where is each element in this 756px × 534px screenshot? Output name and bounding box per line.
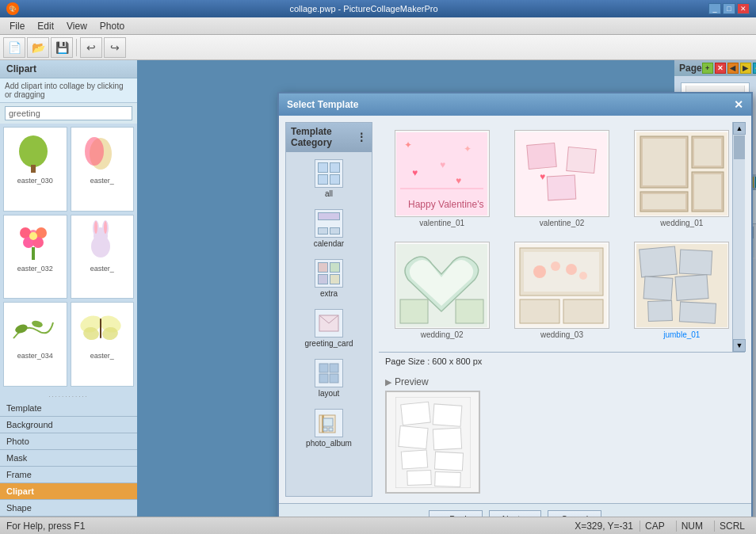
menu-edit[interactable]: Edit [31, 19, 60, 33]
remove-page-button[interactable]: ✕ [715, 63, 726, 74]
sidebar-item-frame[interactable]: Frame [0, 467, 137, 483]
coordinates-display: X=329, Y=-31 [575, 521, 633, 532]
svg-rect-47 [567, 147, 596, 173]
svg-point-6 [36, 227, 47, 238]
page-controls: + ✕ ◀ ▶ ⚡ ✕ [702, 63, 756, 74]
save-button[interactable]: 💾 [51, 37, 73, 58]
status-indicators: X=329, Y=-31 CAP NUM SCRL [575, 521, 750, 532]
page-size-label: Page Size : 600 x 800 px [385, 353, 482, 369]
scroll-down-button[interactable]: ▼ [733, 339, 746, 352]
page-left-button[interactable]: ◀ [727, 63, 739, 74]
svg-rect-78 [400, 402, 430, 425]
scrl-indicator: SCRL [714, 521, 750, 532]
new-button[interactable]: 📄 [3, 37, 25, 58]
list-item[interactable]: easter_032 [3, 215, 67, 299]
select-template-dialog: Select Template ✕ Template Category ⋮ [277, 92, 753, 534]
category-item-photo-album[interactable]: photo_album [289, 405, 368, 452]
template-item-wedding-01[interactable]: wedding_01 [625, 128, 739, 234]
menu-photo[interactable]: Photo [94, 19, 131, 33]
list-item[interactable]: easter_ [71, 302, 135, 387]
menu-view[interactable]: View [60, 19, 94, 33]
template-item-wedding-03[interactable]: wedding_03 [505, 240, 618, 345]
clipart-name: easter_030 [6, 177, 65, 185]
window-controls: _ □ ✕ [708, 3, 750, 14]
svg-rect-76 [679, 301, 716, 322]
category-item-layout[interactable]: layout [289, 355, 368, 402]
search-input[interactable] [5, 106, 132, 120]
sidebar-item-shape[interactable]: Shape [0, 500, 137, 517]
template-item-valentine-01[interactable]: ♥ ♥ ♥ ✦ ✦ Happy Valentine's [385, 128, 498, 234]
add-page-button[interactable]: + [702, 63, 713, 74]
svg-rect-79 [433, 403, 462, 425]
svg-rect-82 [401, 449, 427, 468]
template-thumb-valentine-02: ♥ [514, 130, 609, 217]
category-item-calendar[interactable]: calendar [289, 205, 368, 252]
menu-bar: File Edit View Photo [0, 17, 756, 35]
minimize-button[interactable]: _ [708, 3, 721, 14]
page-size-area: Page Size : 600 x 800 px [379, 352, 745, 370]
menu-file[interactable]: File [3, 19, 31, 33]
page-action-button[interactable]: ⚡ [753, 63, 756, 74]
page-right-button[interactable]: ▶ [740, 63, 751, 74]
category-header-label: Template Category [291, 126, 356, 148]
clipart-hint: Add clipart into collage by clicking or … [0, 78, 137, 103]
list-item[interactable]: easter_ [71, 127, 135, 212]
template-grid-wrapper: ♥ ♥ ♥ ✦ ✦ Happy Valentine's [379, 122, 745, 352]
svg-rect-48 [548, 175, 577, 200]
clipart-name: easter_ [73, 265, 132, 273]
svg-text:✦: ✦ [464, 143, 472, 154]
sidebar-item-photo[interactable]: Photo [0, 433, 137, 450]
redo-button[interactable]: ↪ [104, 37, 126, 58]
page-panel-header: Page + ✕ ◀ ▶ ⚡ ✕ [674, 60, 756, 76]
sidebar-item-background[interactable]: Background [0, 417, 137, 433]
template-item-valentine-02[interactable]: ♥ valentine_02 [505, 128, 618, 234]
sidebar-item-clipart[interactable]: Clipart [0, 483, 137, 500]
dotted-separator: ............ [0, 390, 137, 400]
svg-point-17 [14, 322, 29, 334]
modal-body: Template Category ⋮ [279, 116, 751, 503]
undo-button[interactable]: ↩ [80, 37, 102, 58]
category-icon-photo-album [315, 409, 343, 437]
scroll-up-button[interactable]: ▲ [733, 122, 746, 135]
open-button[interactable]: 📂 [27, 37, 49, 58]
svg-rect-27 [319, 364, 328, 372]
svg-rect-55 [694, 174, 721, 209]
canvas-area: Select Template ✕ Template Category ⋮ [139, 60, 673, 517]
list-item[interactable]: easter_034 [3, 302, 67, 387]
clipart-name: easter_032 [6, 265, 65, 273]
maximize-button[interactable]: □ [723, 3, 735, 14]
template-item-jumble-01[interactable]: jumble_01 [625, 240, 739, 345]
svg-point-0 [19, 135, 48, 167]
template-thumb-wedding-03 [514, 242, 609, 329]
category-item-greeting-card[interactable]: greeting_card [289, 305, 368, 352]
list-item[interactable]: easter_ [71, 215, 135, 299]
svg-point-66 [566, 264, 577, 275]
modal-close-button[interactable]: ✕ [734, 98, 743, 111]
svg-rect-30 [330, 374, 338, 383]
svg-rect-33 [323, 418, 333, 426]
close-button[interactable]: ✕ [737, 3, 750, 14]
clipart-name: easter_ [73, 177, 132, 185]
clipart-header: Clipart [0, 60, 137, 78]
svg-rect-69 [563, 299, 603, 323]
list-item[interactable]: easter_030 [3, 127, 67, 212]
category-list: all [286, 152, 372, 455]
template-scrollbar: ▲ ▼ [732, 122, 745, 352]
category-label-all: all [325, 189, 333, 198]
scroll-thumb[interactable] [734, 135, 745, 159]
title-bar: 🎨 collage.pwp - PictureCollageMakerPro _… [0, 0, 756, 17]
template-name-wedding-02: wedding_02 [421, 330, 464, 339]
svg-point-18 [31, 319, 44, 328]
sidebar-item-mask[interactable]: Mask [0, 450, 137, 467]
svg-rect-72 [679, 249, 712, 274]
template-item-wedding-02[interactable]: wedding_02 [385, 240, 498, 345]
category-item-extra[interactable]: extra [289, 255, 368, 302]
category-icon-layout [315, 359, 343, 387]
category-item-all[interactable]: all [289, 155, 368, 202]
toolbar: 📄 📂 💾 ↩ ↪ [0, 35, 756, 60]
scroll-track[interactable] [733, 135, 745, 339]
svg-text:♥: ♥ [456, 175, 461, 186]
sidebar-item-template[interactable]: Template [0, 400, 137, 417]
category-options-icon: ⋮ [356, 131, 367, 143]
svg-point-9 [29, 232, 37, 240]
